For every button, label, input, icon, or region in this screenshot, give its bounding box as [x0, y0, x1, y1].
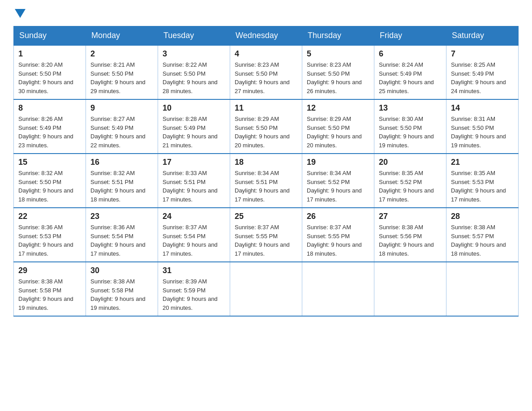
daylight-label: Daylight: 9 hours and 17 minutes.: [235, 187, 290, 203]
page-header: [13, 9, 519, 17]
calendar-cell: 4 Sunrise: 8:23 AM Sunset: 5:50 PM Dayli…: [230, 45, 302, 99]
daylight-label: Daylight: 9 hours and 17 minutes.: [307, 187, 362, 203]
sunrise-label: Sunrise: 8:39 AM: [163, 278, 207, 285]
daylight-label: Daylight: 9 hours and 17 minutes.: [163, 241, 218, 257]
daylight-label: Daylight: 9 hours and 19 minutes.: [451, 133, 506, 149]
day-number: 12: [307, 103, 369, 113]
logo-triangle-icon: [15, 9, 26, 18]
daylight-label: Daylight: 9 hours and 17 minutes.: [451, 187, 506, 203]
daylight-label: Daylight: 9 hours and 20 minutes.: [163, 295, 218, 311]
calendar-week-3: 15 Sunrise: 8:32 AM Sunset: 5:50 PM Dayl…: [14, 154, 519, 208]
day-number: 10: [163, 103, 225, 113]
day-header-wednesday: Wednesday: [230, 26, 302, 46]
day-number: 2: [90, 49, 153, 59]
sunrise-label: Sunrise: 8:35 AM: [379, 170, 423, 176]
day-info: Sunrise: 8:23 AM Sunset: 5:50 PM Dayligh…: [307, 60, 369, 95]
day-info: Sunrise: 8:38 AM Sunset: 5:58 PM Dayligh…: [18, 277, 81, 312]
day-info: Sunrise: 8:29 AM Sunset: 5:50 PM Dayligh…: [307, 115, 369, 150]
sunset-label: Sunset: 5:49 PM: [90, 124, 133, 131]
sunset-label: Sunset: 5:50 PM: [18, 179, 61, 185]
daylight-label: Daylight: 9 hours and 21 minutes.: [163, 133, 218, 149]
sunset-label: Sunset: 5:58 PM: [18, 287, 61, 294]
sunrise-label: Sunrise: 8:30 AM: [379, 116, 423, 122]
sunrise-label: Sunrise: 8:34 AM: [307, 170, 351, 176]
daylight-label: Daylight: 9 hours and 18 minutes.: [90, 187, 146, 203]
day-info: Sunrise: 8:33 AM Sunset: 5:51 PM Dayligh…: [163, 169, 225, 204]
sunset-label: Sunset: 5:59 PM: [163, 287, 206, 294]
day-info: Sunrise: 8:32 AM Sunset: 5:50 PM Dayligh…: [18, 169, 81, 204]
day-number: 27: [379, 212, 442, 221]
daylight-label: Daylight: 9 hours and 29 minutes.: [90, 79, 146, 94]
day-info: Sunrise: 8:30 AM Sunset: 5:50 PM Dayligh…: [379, 115, 442, 150]
calendar-cell: 17 Sunrise: 8:33 AM Sunset: 5:51 PM Dayl…: [158, 154, 230, 208]
day-header-saturday: Saturday: [446, 26, 519, 46]
day-info: Sunrise: 8:27 AM Sunset: 5:49 PM Dayligh…: [90, 115, 153, 150]
day-info: Sunrise: 8:32 AM Sunset: 5:51 PM Dayligh…: [90, 169, 153, 204]
day-number: 21: [451, 158, 514, 167]
day-number: 25: [235, 212, 297, 221]
day-number: 19: [307, 158, 369, 167]
calendar-cell: 20 Sunrise: 8:35 AM Sunset: 5:52 PM Dayl…: [374, 154, 446, 208]
sunrise-label: Sunrise: 8:21 AM: [90, 61, 135, 68]
calendar-table: SundayMondayTuesdayWednesdayThursdayFrid…: [13, 26, 519, 317]
calendar-cell: 7 Sunrise: 8:25 AM Sunset: 5:49 PM Dayli…: [446, 45, 519, 99]
calendar-cell: 25 Sunrise: 8:37 AM Sunset: 5:55 PM Dayl…: [230, 208, 302, 262]
daylight-label: Daylight: 9 hours and 17 minutes.: [235, 241, 290, 257]
day-number: 23: [90, 212, 153, 221]
calendar-cell: 12 Sunrise: 8:29 AM Sunset: 5:50 PM Dayl…: [302, 99, 374, 154]
sunset-label: Sunset: 5:53 PM: [18, 233, 61, 240]
calendar-cell: 31 Sunrise: 8:39 AM Sunset: 5:59 PM Dayl…: [158, 262, 230, 316]
day-info: Sunrise: 8:37 AM Sunset: 5:55 PM Dayligh…: [307, 223, 369, 258]
sunset-label: Sunset: 5:49 PM: [379, 70, 422, 77]
calendar-week-4: 22 Sunrise: 8:36 AM Sunset: 5:53 PM Dayl…: [14, 208, 519, 262]
sunrise-label: Sunrise: 8:38 AM: [451, 224, 495, 231]
day-header-friday: Friday: [374, 26, 446, 46]
day-number: 8: [18, 103, 81, 113]
day-info: Sunrise: 8:37 AM Sunset: 5:55 PM Dayligh…: [235, 223, 297, 258]
day-number: 3: [163, 49, 225, 59]
daylight-label: Daylight: 9 hours and 24 minutes.: [451, 79, 506, 94]
logo: [13, 9, 26, 17]
sunrise-label: Sunrise: 8:28 AM: [163, 116, 207, 122]
daylight-label: Daylight: 9 hours and 30 minutes.: [18, 79, 73, 94]
sunset-label: Sunset: 5:58 PM: [90, 287, 133, 294]
day-number: 14: [451, 103, 514, 113]
calendar-cell: 29 Sunrise: 8:38 AM Sunset: 5:58 PM Dayl…: [14, 262, 86, 316]
day-number: 26: [307, 212, 369, 221]
day-info: Sunrise: 8:36 AM Sunset: 5:53 PM Dayligh…: [18, 223, 81, 258]
day-info: Sunrise: 8:38 AM Sunset: 5:56 PM Dayligh…: [379, 223, 442, 258]
day-info: Sunrise: 8:20 AM Sunset: 5:50 PM Dayligh…: [18, 60, 81, 95]
sunset-label: Sunset: 5:54 PM: [163, 233, 206, 240]
daylight-label: Daylight: 9 hours and 18 minutes.: [18, 187, 73, 203]
sunrise-label: Sunrise: 8:35 AM: [451, 170, 495, 176]
day-number: 20: [379, 158, 442, 167]
daylight-label: Daylight: 9 hours and 20 minutes.: [235, 133, 290, 149]
day-info: Sunrise: 8:21 AM Sunset: 5:50 PM Dayligh…: [90, 60, 153, 95]
sunrise-label: Sunrise: 8:32 AM: [90, 170, 135, 176]
calendar-cell: 27 Sunrise: 8:38 AM Sunset: 5:56 PM Dayl…: [374, 208, 446, 262]
sunrise-label: Sunrise: 8:37 AM: [307, 224, 351, 231]
calendar-cell: 9 Sunrise: 8:27 AM Sunset: 5:49 PM Dayli…: [86, 99, 158, 154]
sunset-label: Sunset: 5:50 PM: [163, 70, 206, 77]
sunrise-label: Sunrise: 8:31 AM: [451, 116, 495, 122]
day-info: Sunrise: 8:23 AM Sunset: 5:50 PM Dayligh…: [235, 60, 297, 95]
sunset-label: Sunset: 5:53 PM: [451, 179, 494, 185]
day-header-thursday: Thursday: [302, 26, 374, 46]
day-info: Sunrise: 8:26 AM Sunset: 5:49 PM Dayligh…: [18, 115, 81, 150]
day-header-monday: Monday: [86, 26, 158, 46]
daylight-label: Daylight: 9 hours and 25 minutes.: [379, 79, 434, 94]
sunrise-label: Sunrise: 8:29 AM: [307, 116, 351, 122]
calendar-cell: 11 Sunrise: 8:29 AM Sunset: 5:50 PM Dayl…: [230, 99, 302, 154]
day-number: 30: [90, 266, 153, 275]
daylight-label: Daylight: 9 hours and 23 minutes.: [18, 133, 73, 149]
day-info: Sunrise: 8:22 AM Sunset: 5:50 PM Dayligh…: [163, 60, 225, 95]
daylight-label: Daylight: 9 hours and 18 minutes.: [379, 241, 434, 257]
daylight-label: Daylight: 9 hours and 19 minutes.: [379, 133, 434, 149]
calendar-cell: 21 Sunrise: 8:35 AM Sunset: 5:53 PM Dayl…: [446, 154, 519, 208]
day-number: 28: [451, 212, 514, 221]
sunset-label: Sunset: 5:51 PM: [235, 179, 278, 185]
sunset-label: Sunset: 5:55 PM: [235, 233, 278, 240]
sunset-label: Sunset: 5:56 PM: [379, 233, 422, 240]
calendar-cell: 22 Sunrise: 8:36 AM Sunset: 5:53 PM Dayl…: [14, 208, 86, 262]
sunrise-label: Sunrise: 8:38 AM: [18, 278, 63, 285]
